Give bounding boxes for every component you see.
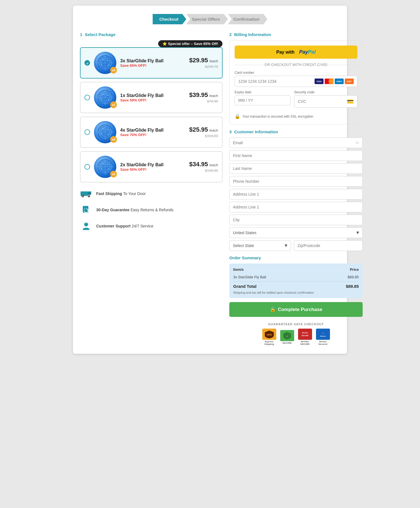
svg-point-39: [108, 168, 109, 170]
step-checkout[interactable]: Checkout: [153, 14, 186, 24]
package-price-1x: $39.95 /each $79.90: [189, 91, 218, 104]
radio-2x[interactable]: [84, 164, 90, 170]
card-number-input[interactable]: [238, 79, 315, 84]
country-select-wrap: United States ▼: [229, 227, 363, 238]
prod-name-2x: 2x StarGlide Fly Ball: [120, 162, 185, 167]
card-icons: VISA AMEX DISC: [315, 79, 354, 84]
benefit-guarantee-bold: 30-Day Guarantee: [96, 208, 129, 212]
price-each-2x: /each: [209, 163, 218, 167]
price-main-4x: $25.95: [189, 126, 208, 133]
security-field-wrap: Security code 💳: [294, 90, 357, 108]
svg-point-50: [85, 222, 87, 224]
city-field-wrap: [229, 215, 363, 225]
qty-badge-1x: x1: [110, 101, 117, 108]
order-summary-title-text: Order Summary: [229, 255, 261, 260]
savings-4x: Save 70% OFF!: [120, 133, 185, 137]
benefit-support-bold: Customer Support: [96, 224, 131, 228]
city-input[interactable]: [233, 218, 359, 222]
support-icon: [80, 220, 92, 232]
paypal-button[interactable]: Pay with PayPal: [235, 46, 357, 59]
address1-input[interactable]: [233, 192, 359, 196]
lock-icon: 🔒: [235, 114, 240, 119]
radio-1x[interactable]: [84, 95, 90, 100]
svg-rect-42: [88, 193, 91, 195]
benefit-guarantee-desc: Easy Returns & Refunds: [131, 208, 173, 212]
summary-col-items: Item/s: [233, 267, 244, 272]
expiry-input[interactable]: [238, 98, 287, 103]
progress-steps: Checkout Special Offers Confirmation: [80, 14, 340, 24]
phone-input[interactable]: [233, 179, 359, 184]
grand-total-label: Grand Total: [233, 284, 256, 289]
summary-header: Item/s Price: [233, 267, 359, 272]
step-confirmation[interactable]: Confirmation: [228, 14, 267, 24]
expiry-field-wrap: Expiry date: [235, 90, 291, 108]
package-info-3x: 3x StarGlide Fly Ball Save 65% OFF!: [120, 58, 185, 68]
qty-badge-4x: x4: [110, 136, 117, 143]
mastercard-icon: [325, 79, 334, 84]
package-card-2x[interactable]: x2 2x StarGlide Fly Ball Save 55% OFF! $…: [80, 151, 223, 182]
zip-input[interactable]: [298, 243, 359, 248]
summary-price-0: $89.85: [348, 275, 359, 279]
complete-purchase-button[interactable]: 🔒 Complete Purchase: [229, 302, 363, 317]
svg-point-16: [102, 93, 104, 95]
mcafee-badge-icon: McAfee SECURE: [298, 329, 312, 340]
radio-3x[interactable]: [84, 60, 90, 66]
svg-rect-56: [318, 330, 328, 338]
package-price-2x: $34.95 /each $159.80: [189, 161, 218, 173]
package-card-1x[interactable]: x1 1x StarGlide Fly Ball Save 50% OFF! $…: [80, 82, 223, 113]
lock-btn-icon: 🔒: [270, 307, 276, 312]
prod-name-3x: 3x StarGlide Fly Ball: [120, 58, 185, 63]
customer-title-text: Customer Information: [234, 129, 278, 134]
svg-rect-53: [300, 330, 310, 338]
phone-field-wrap: [229, 176, 363, 187]
grand-total-price: $89.85: [346, 284, 359, 289]
select-package-title: 1 Select Package: [80, 32, 223, 37]
benefit-shipping-desc: To Your Door: [123, 191, 146, 196]
benefit-support: Customer Support 24/7 Service: [80, 220, 223, 232]
package-price-4x: $25.95 /each $319.60: [189, 126, 218, 138]
expiry-input-row: [235, 95, 291, 105]
security-label: Security code: [294, 90, 357, 94]
card-number-input-row: VISA AMEX DISC: [235, 76, 357, 87]
svg-point-8: [101, 64, 103, 65]
state-select[interactable]: Select State: [229, 240, 291, 251]
product-img-wrap-4x: x4: [94, 121, 116, 143]
svg-point-29: [108, 134, 109, 135]
svg-point-28: [101, 133, 103, 134]
email-field-wrap: ✉: [229, 137, 363, 148]
ssl-text: Your transaction is secured with SSL enc…: [242, 115, 313, 118]
email-input[interactable]: [233, 141, 356, 145]
price-main-2x: $34.95: [189, 161, 208, 168]
paypal-label: Pay with: [276, 50, 294, 55]
first-name-input[interactable]: [233, 153, 359, 158]
state-select-wrap: Select State ▼: [229, 240, 291, 251]
svg-text:McAfee: McAfee: [302, 332, 308, 334]
benefits-list: Fast Shipping To Your Door 30-Day: [80, 187, 223, 232]
customer-section: 3 Customer Information ✉: [229, 129, 363, 251]
package-card-3x[interactable]: x3 3x StarGlide Fly Ball Save 65% OFF! $…: [80, 47, 223, 79]
package-info-4x: 4x StarGlide Fly Ball Save 70% OFF!: [120, 128, 185, 137]
price-old-1x: $79.90: [207, 99, 218, 103]
price-old-4x: $319.60: [205, 134, 218, 138]
svg-point-18: [101, 98, 103, 100]
country-select[interactable]: United States: [229, 227, 363, 238]
order-summary-box: Item/s Price 3x StarGlide Fly Ball $89.8…: [229, 264, 363, 298]
ups-badge-icon: UPS: [262, 329, 276, 340]
price-each-3x: /each: [209, 59, 218, 63]
radio-4x[interactable]: [84, 129, 90, 135]
last-name-input[interactable]: [233, 166, 359, 171]
summary-row-0: 3x StarGlide Fly Ball $89.85: [233, 274, 359, 280]
benefit-support-text: Customer Support 24/7 Service: [96, 224, 154, 228]
price-old-2x: $159.80: [205, 168, 218, 173]
svg-point-37: [107, 164, 108, 165]
package-price-3x: $29.95 /each $239.70: [189, 57, 218, 69]
security-input[interactable]: [298, 99, 347, 104]
step-special-offers[interactable]: Special Offers: [186, 14, 228, 24]
package-card-4x[interactable]: x4 4x StarGlide Fly Ball Save 70% OFF! $…: [80, 117, 223, 148]
package-info-1x: 1x StarGlide Fly Ball Save 50% OFF!: [120, 93, 185, 102]
svg-point-38: [101, 168, 103, 169]
shipping-note: Shipping and tax will be settled upon ch…: [233, 291, 359, 294]
truck-icon: [80, 187, 92, 200]
prod-name-4x: 4x StarGlide Fly Ball: [120, 128, 185, 133]
address2-input[interactable]: [233, 205, 359, 209]
